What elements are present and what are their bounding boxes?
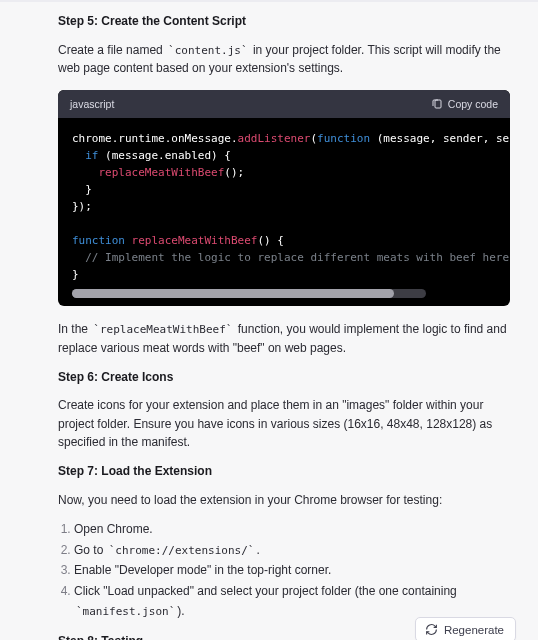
svg-rect-0 — [435, 100, 441, 108]
code-token — [72, 166, 99, 179]
code-token: }); — [72, 200, 92, 213]
regenerate-label: Regenerate — [444, 624, 504, 636]
step5-paragraph: Create a file named `content.js` in your… — [58, 41, 510, 78]
copy-code-button[interactable]: Copy code — [431, 96, 498, 112]
step5-after-paragraph: In the `replaceMeatWithBeef` function, y… — [58, 320, 510, 357]
list-item: Go to `chrome://extensions/`. — [74, 540, 510, 561]
list-item: Click "Load unpacked" and select your pr… — [74, 581, 510, 622]
content-js-inline-code: `content.js` — [166, 43, 249, 58]
code-token: if — [85, 149, 98, 162]
code-token: // Implement the logic to replace differ… — [72, 251, 509, 264]
step7-heading: Step 7: Load the Extension — [58, 462, 510, 481]
extensions-url-inline-code: `chrome://extensions/` — [107, 543, 257, 558]
replace-fn-inline-code: `replaceMeatWithBeef` — [91, 322, 234, 337]
code-token: function — [317, 132, 370, 145]
code-token: } — [72, 183, 92, 196]
copy-code-label: Copy code — [448, 96, 498, 112]
li4-a: Click "Load unpacked" and select your pr… — [74, 584, 457, 598]
code-block-header: javascript Copy code — [58, 90, 510, 118]
code-token: } — [72, 268, 79, 281]
code-horizontal-scrollbar[interactable] — [72, 289, 426, 298]
code-token: () { — [257, 234, 284, 247]
li2-b: . — [256, 543, 259, 557]
clipboard-icon — [431, 98, 443, 110]
step5-after-a: In the — [58, 322, 91, 336]
code-token: addListener — [238, 132, 311, 145]
code-token: replaceMeatWithBeef — [99, 166, 225, 179]
list-item: Open Chrome. — [74, 519, 510, 539]
article-content: Step 5: Create the Content Script Create… — [58, 12, 510, 640]
article-container: Step 5: Create the Content Script Create… — [0, 12, 538, 640]
manifest-inline-code: `manifest.json` — [74, 604, 177, 619]
scrollbar-thumb[interactable] — [72, 289, 394, 298]
step5-heading: Step 5: Create the Content Script — [58, 12, 510, 31]
step7-list: Open Chrome. Go to `chrome://extensions/… — [58, 519, 510, 622]
list-item: Enable "Developer mode" in the top-right… — [74, 560, 510, 580]
code-token — [125, 234, 132, 247]
li4-b: ). — [177, 604, 184, 618]
code-token: chrome.runtime.onMessage. — [72, 132, 238, 145]
step6-heading: Step 6: Create Icons — [58, 368, 510, 387]
step5-para-text-a: Create a file named — [58, 43, 166, 57]
code-token — [72, 149, 85, 162]
code-block: javascript Copy code chrome.runtime.onMe… — [58, 90, 510, 307]
code-token: (); — [224, 166, 244, 179]
code-token: (message, sender, sendResponse — [370, 132, 510, 145]
code-token: (message.enabled) { — [99, 149, 231, 162]
code-language-label: javascript — [70, 96, 114, 112]
regenerate-button[interactable]: Regenerate — [415, 617, 516, 640]
page-top-border — [0, 0, 538, 2]
code-token: function — [72, 234, 125, 247]
regenerate-icon — [425, 623, 438, 636]
code-token: replaceMeatWithBeef — [132, 234, 258, 247]
step7-intro: Now, you need to load the extension in y… — [58, 491, 510, 510]
step6-paragraph: Create icons for your extension and plac… — [58, 396, 510, 452]
code-body[interactable]: chrome.runtime.onMessage.addListener(fun… — [58, 118, 510, 306]
li2-a: Go to — [74, 543, 107, 557]
